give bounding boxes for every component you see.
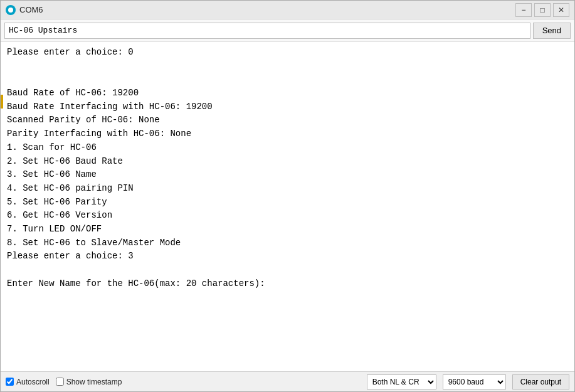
autoscroll-input[interactable]: [6, 378, 14, 386]
app-icon: [6, 5, 16, 15]
console-line: Please enter a choice: 0: [7, 46, 568, 60]
clear-output-button[interactable]: Clear output: [512, 374, 569, 389]
window-title: COM6: [19, 5, 515, 14]
console-line: 3. Set HC-06 Name: [7, 168, 568, 182]
yellow-indicator: [1, 95, 3, 109]
maximize-button[interactable]: □: [534, 3, 551, 17]
console-line: 1. Scan for HC-06: [7, 141, 568, 155]
autoscroll-label: Autoscroll: [16, 378, 50, 386]
console-line: Parity Interfacing with HC-06: None: [7, 127, 568, 141]
console-line: [7, 60, 568, 73]
status-bar: Autoscroll Show timestamp No line ending…: [1, 371, 574, 391]
minimize-button[interactable]: −: [515, 3, 532, 17]
message-input[interactable]: [4, 23, 530, 39]
console-line: Baud Rate of HC-06: 19200: [7, 87, 568, 100]
send-button[interactable]: Send: [533, 23, 571, 39]
console-line: Enter New Name for the HC-06(max: 20 cha…: [7, 277, 568, 291]
console-line: 4. Set HC-06 pairing PIN: [7, 182, 568, 196]
title-bar: COM6 − □ ✕: [1, 1, 574, 19]
console-line: 7. Turn LED ON/OFF: [7, 223, 568, 236]
main-window: COM6 − □ ✕ Send Please enter a choice: 0…: [0, 0, 575, 392]
window-controls: − □ ✕: [515, 3, 569, 17]
console-line: [7, 263, 568, 277]
line-ending-select[interactable]: No line ending Newline Carriage return B…: [367, 374, 436, 389]
toolbar: Send: [1, 19, 574, 42]
console-line: [7, 73, 568, 87]
console-line: 8. Set HC-06 to Slave/Master Mode: [7, 236, 568, 250]
timestamp-label: Show timestamp: [66, 378, 122, 386]
console-line: 6. Get HC-06 Version: [7, 209, 568, 223]
console-line: Scanned Parity of HC-06: None: [7, 114, 568, 127]
console-output: Please enter a choice: 0 Baud Rate of HC…: [1, 42, 574, 371]
autoscroll-checkbox[interactable]: Autoscroll: [6, 378, 50, 386]
console-line: 5. Set HC-06 Parity: [7, 196, 568, 209]
console-line: Please enter a choice: 3: [7, 250, 568, 263]
console-line: Baud Rate Interfacing with HC-06: 19200: [7, 100, 568, 114]
console-line: 2. Set HC-06 Baud Rate: [7, 155, 568, 169]
close-button[interactable]: ✕: [553, 3, 569, 17]
timestamp-checkbox[interactable]: Show timestamp: [56, 378, 122, 386]
timestamp-input[interactable]: [56, 378, 64, 386]
baud-rate-select[interactable]: 300 baud 1200 baud 2400 baud 4800 baud 9…: [443, 374, 506, 389]
